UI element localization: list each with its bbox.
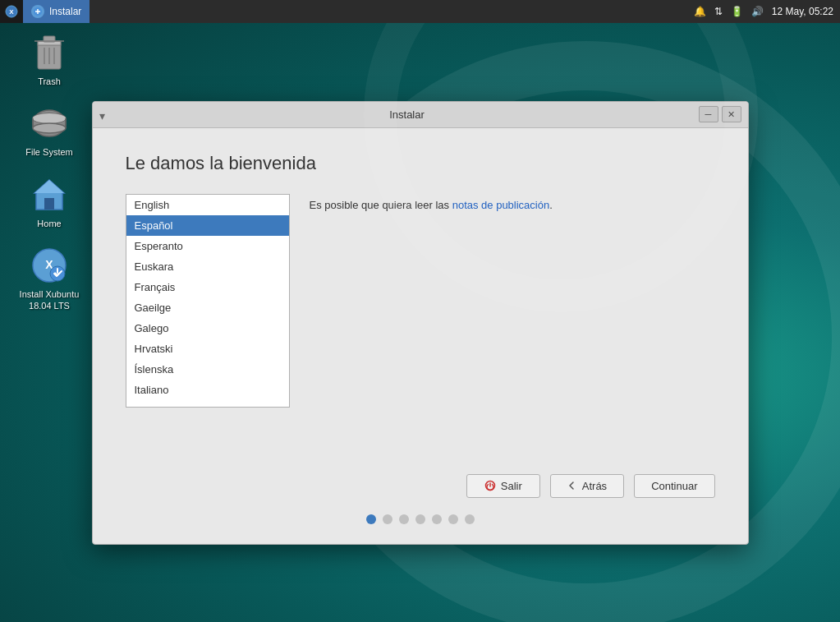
pagination-dot-5[interactable] bbox=[448, 514, 458, 524]
taskbar-left: X Instalar bbox=[0, 0, 687, 23]
pagination-dot-1[interactable] bbox=[383, 514, 392, 524]
language-list-container: EnglishEspañolEsperantoEuskaraFrançaisGa… bbox=[126, 194, 290, 445]
back-label: Atrás bbox=[582, 480, 607, 492]
description-suffix: . bbox=[549, 199, 553, 211]
clock: 12 May, 05:22 bbox=[772, 6, 833, 17]
dialog-controls: ─ ✕ bbox=[699, 106, 741, 122]
dialog-right-content: Es posible que quiera leer las notas de … bbox=[310, 194, 715, 445]
dialog-titlebar: ▾ Instalar ─ ✕ bbox=[93, 102, 748, 128]
dialog-main: EnglishEspañolEsperantoEuskaraFrançaisGa… bbox=[126, 194, 715, 445]
language-list: EnglishEspañolEsperantoEuskaraFrançaisGa… bbox=[126, 194, 290, 408]
continue-label: Continuar bbox=[651, 480, 697, 492]
lang-list-item-gaeilge[interactable]: Gaeilge bbox=[126, 297, 289, 318]
dialog-description: Es posible que quiera leer las notas de … bbox=[310, 197, 715, 214]
quit-button[interactable]: Salir bbox=[466, 474, 540, 498]
description-text: Es posible que quiera leer las bbox=[310, 199, 452, 211]
pagination-dot-3[interactable] bbox=[415, 514, 425, 524]
svg-text:X: X bbox=[9, 8, 14, 16]
dialog-footer: Salir Atrás Continuar bbox=[93, 461, 748, 544]
taskbar-right: 🔔 ⇅ 🔋 🔊 12 May, 05:22 bbox=[687, 6, 840, 17]
battery-icon[interactable]: 🔋 bbox=[731, 6, 743, 17]
taskbar-logo[interactable]: X bbox=[0, 0, 23, 23]
app-icon bbox=[31, 5, 44, 18]
lang-list-item-esperanto[interactable]: Esperanto bbox=[126, 236, 289, 256]
quit-label: Salir bbox=[501, 480, 522, 492]
pagination-dot-0[interactable] bbox=[366, 514, 376, 524]
taskbar: X Instalar 🔔 ⇅ 🔋 🔊 12 May bbox=[0, 0, 840, 23]
dialog-content: Le damos la bienvenida EnglishEspañolEsp… bbox=[93, 128, 748, 461]
dialog-menu-icon[interactable]: ▾ bbox=[99, 109, 109, 119]
power-icon bbox=[484, 480, 496, 491]
notification-icon[interactable]: 🔔 bbox=[694, 6, 706, 17]
lang-list-item-francais[interactable]: Français bbox=[126, 277, 289, 297]
dialog-title: Instalar bbox=[116, 108, 699, 121]
dialog-minimize-button[interactable]: ─ bbox=[699, 106, 718, 122]
install-dialog: ▾ Instalar ─ ✕ Le damos la bienvenida En… bbox=[92, 101, 749, 545]
network-icon[interactable]: ⇅ bbox=[714, 6, 723, 17]
lang-list-item-galego[interactable]: Galego bbox=[126, 318, 289, 339]
taskbar-app-label: Instalar bbox=[49, 6, 81, 17]
lang-list-item-islenska[interactable]: Íslenska bbox=[126, 359, 289, 380]
back-arrow-icon bbox=[567, 481, 577, 491]
lang-list-item-euskara[interactable]: Euskara bbox=[126, 256, 289, 277]
lang-list-item-espanol[interactable]: Español bbox=[126, 215, 289, 236]
lang-list-item-kurdi[interactable]: Kurdî bbox=[126, 400, 289, 408]
release-notes-link[interactable]: notas de publicación bbox=[452, 199, 550, 211]
taskbar-app[interactable]: Instalar bbox=[23, 0, 90, 23]
continue-button[interactable]: Continuar bbox=[634, 474, 714, 498]
back-button[interactable]: Atrás bbox=[550, 474, 624, 498]
desktop: X Instalar 🔔 ⇅ 🔋 🔊 12 May bbox=[0, 0, 840, 622]
lang-list-item-italiano[interactable]: Italiano bbox=[126, 380, 289, 400]
modal-overlay: ▾ Instalar ─ ✕ Le damos la bienvenida En… bbox=[0, 23, 840, 622]
dialog-close-button[interactable]: ✕ bbox=[722, 106, 741, 122]
xubuntu-logo-icon: X bbox=[5, 5, 18, 18]
pagination-dot-4[interactable] bbox=[432, 514, 442, 524]
volume-icon[interactable]: 🔊 bbox=[751, 6, 764, 17]
dialog-heading: Le damos la bienvenida bbox=[126, 153, 715, 174]
lang-list-item-english[interactable]: English bbox=[126, 195, 289, 215]
pagination-dot-2[interactable] bbox=[399, 514, 409, 524]
pagination-dots bbox=[366, 514, 475, 524]
dialog-buttons: Salir Atrás Continuar bbox=[126, 474, 715, 498]
lang-list-item-hrvatski[interactable]: Hrvatski bbox=[126, 339, 289, 359]
pagination-dot-6[interactable] bbox=[465, 514, 475, 524]
